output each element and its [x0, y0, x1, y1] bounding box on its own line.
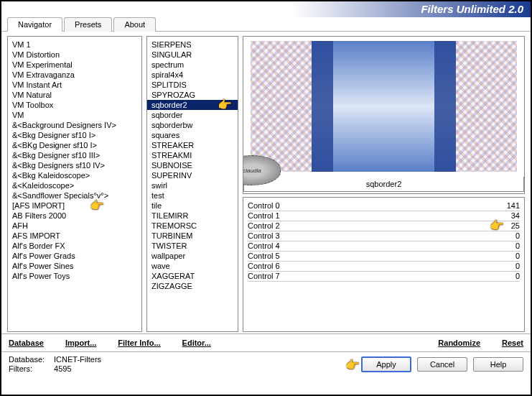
filter-list[interactable]: SIERPENSSINGULARspectrumspiral4x4SPLITDI…: [146, 36, 238, 332]
category-item[interactable]: VM Experimental: [8, 60, 141, 70]
category-item[interactable]: &<Background Designers IV>: [8, 120, 141, 130]
tab-about[interactable]: About: [113, 17, 156, 32]
apply-button[interactable]: Apply: [361, 356, 411, 372]
control-label: Control 4: [248, 241, 280, 250]
control-value: 0: [515, 241, 520, 250]
filter-item[interactable]: SUPERINV: [147, 170, 238, 180]
category-item[interactable]: Alf's Power Toys: [8, 271, 141, 281]
filters-count-value: 4595: [54, 364, 71, 373]
filter-item[interactable]: sqborder: [147, 110, 238, 120]
reset-link[interactable]: Reset: [502, 339, 523, 347]
filter-item[interactable]: swirl: [147, 180, 238, 190]
category-list[interactable]: VM 1VM DistortionVM ExperimentalVM Extra…: [7, 36, 142, 332]
category-item[interactable]: Alf's Power Grads: [8, 251, 141, 261]
title-bar: Filters Unlimited 2.0: [1, 1, 531, 17]
filter-item[interactable]: sqborder2👉: [147, 100, 238, 110]
db-label: Database:: [9, 355, 52, 364]
category-item[interactable]: VM Instant Art: [8, 80, 141, 90]
filter-item[interactable]: TREMORSC: [147, 221, 238, 231]
control-label: Control 3: [248, 231, 280, 240]
cancel-button[interactable]: Cancel: [417, 357, 467, 372]
control-row[interactable]: Control 70: [248, 271, 520, 281]
category-item[interactable]: VM 1: [8, 40, 141, 50]
help-button[interactable]: Help: [473, 357, 523, 372]
control-value: 0: [515, 231, 520, 240]
filter-info-link[interactable]: Filter Info...: [118, 339, 160, 347]
filter-item[interactable]: STREAKER: [147, 140, 238, 150]
filter-item[interactable]: TILEMIRR: [147, 211, 238, 221]
category-item[interactable]: &<Bkg Designer sf10 III>: [8, 150, 141, 160]
filters-count-label: Filters:: [9, 364, 52, 373]
control-value: 0: [515, 252, 520, 260]
category-item[interactable]: &<Bkg Kaleidoscope>: [8, 170, 141, 180]
control-row[interactable]: Control 50: [248, 251, 520, 261]
main-content: VM 1VM DistortionVM ExperimentalVM Extra…: [1, 32, 531, 333]
preview-pane: claudia sqborder2: [243, 36, 525, 194]
category-item[interactable]: &<BKg Designer sf10 I>: [8, 140, 141, 150]
category-item[interactable]: AFH: [8, 221, 141, 231]
category-item[interactable]: VM Natural: [8, 90, 141, 100]
filter-item[interactable]: SINGULAR: [147, 50, 238, 60]
control-value: 0: [515, 272, 520, 280]
filter-item[interactable]: SPYROZAG: [147, 90, 238, 100]
category-item[interactable]: &<Bkg Designer sf10 I>: [8, 130, 141, 140]
filter-item[interactable]: spectrum: [147, 60, 238, 70]
control-row[interactable]: Control 0141: [248, 201, 520, 211]
filter-item[interactable]: XAGGERAT: [147, 271, 238, 281]
category-item[interactable]: VM Extravaganza: [8, 70, 141, 80]
app-title: Filters Unlimited 2.0: [421, 3, 523, 15]
control-row[interactable]: Control 40: [248, 241, 520, 251]
pointer-icon: 👉: [345, 358, 360, 372]
control-value: 0: [515, 262, 520, 270]
filter-item[interactable]: test: [147, 190, 238, 201]
category-item[interactable]: AB Filters 2000: [8, 211, 141, 221]
filter-item[interactable]: spiral4x4: [147, 70, 238, 80]
category-item[interactable]: AFS IMPORT: [8, 231, 141, 241]
control-row[interactable]: Control 30: [248, 231, 520, 241]
category-item[interactable]: &<Bkg Designers sf10 IV>: [8, 160, 141, 170]
category-item[interactable]: VM Distortion: [8, 50, 141, 60]
control-label: Control 1: [248, 211, 280, 220]
filter-item[interactable]: SUBNOISE: [147, 160, 238, 170]
filter-item[interactable]: STREAKMI: [147, 150, 238, 160]
editor-link[interactable]: Editor...: [182, 339, 211, 347]
import-link[interactable]: Import...: [65, 339, 96, 347]
filter-item[interactable]: SIERPENS: [147, 40, 238, 50]
control-row[interactable]: Control 134: [248, 211, 520, 221]
tab-presets[interactable]: Presets: [64, 17, 112, 32]
control-label: Control 2: [248, 221, 280, 230]
control-value: 34: [511, 211, 520, 220]
category-item[interactable]: &<Kaleidoscope>: [8, 180, 141, 190]
category-item[interactable]: Alf's Power Sines: [8, 261, 141, 271]
category-item[interactable]: VM Toolbox: [8, 100, 141, 110]
filter-item[interactable]: sqborderbw: [147, 120, 238, 130]
control-value: 25: [511, 221, 520, 230]
control-slider-track[interactable]: [248, 281, 520, 282]
control-label: Control 6: [248, 262, 280, 270]
control-label: Control 0: [248, 201, 280, 210]
category-item[interactable]: Alf's Border FX: [8, 241, 141, 251]
tab-strip: NavigatorPresetsAbout: [1, 17, 531, 32]
filter-item[interactable]: squares: [147, 130, 238, 140]
category-item[interactable]: [AFS IMPORT]👉: [8, 201, 141, 211]
controls-panel: Control 0141Control 134Control 2👉25Contr…: [243, 197, 525, 332]
filter-item[interactable]: TURBINEM: [147, 231, 238, 241]
bottom-link-bar: Database Import... Filter Info... Editor…: [1, 333, 531, 351]
control-row[interactable]: Control 60: [248, 261, 520, 271]
filter-item[interactable]: ZIGZAGGE: [147, 281, 238, 291]
filter-item[interactable]: tile: [147, 201, 238, 211]
status-row: Database: ICNET-Filters Filters: 4595 👉 …: [1, 351, 531, 376]
control-row[interactable]: Control 2👉25: [248, 221, 520, 231]
category-item[interactable]: VM: [8, 110, 141, 120]
filter-item[interactable]: SPLITDIS: [147, 80, 238, 90]
filter-item[interactable]: wave: [147, 261, 238, 271]
randomize-link[interactable]: Randomize: [438, 339, 480, 347]
right-panel: claudia sqborder2 Control 0141Control 13…: [243, 36, 525, 332]
filter-item[interactable]: TWISTER: [147, 241, 238, 251]
control-value: 141: [507, 201, 520, 210]
category-item[interactable]: &<Sandflower Specials°v°>: [8, 190, 141, 201]
filter-item[interactable]: wallpaper: [147, 251, 238, 261]
db-value: ICNET-Filters: [54, 355, 101, 364]
database-link[interactable]: Database: [9, 339, 44, 347]
tab-navigator[interactable]: Navigator: [7, 17, 62, 32]
